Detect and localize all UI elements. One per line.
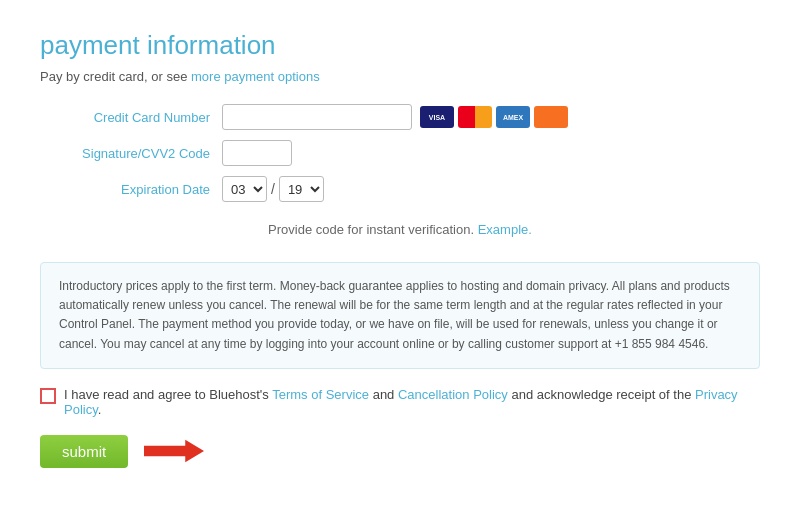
svg-marker-0 [144,440,204,463]
mastercard-icon [458,106,492,128]
credit-card-input[interactable] [222,104,412,130]
expiry-separator: / [271,181,275,197]
verification-text: Provide code for instant verification. [268,222,474,237]
tos-link[interactable]: Terms of Service [272,387,369,402]
agreement-period: . [98,402,102,417]
expiry-year-select[interactable]: 17 18 19 20 21 22 23 24 25 26 [279,176,324,202]
submit-area: submit [40,435,760,468]
visa-icon: VISA [420,106,454,128]
expiration-row: Expiration Date 01 02 03 04 05 06 07 08 … [40,176,760,202]
policy-box: Introductory prices apply to the first t… [40,262,760,369]
agree-checkbox[interactable] [40,388,56,404]
cvv-input[interactable] [222,140,292,166]
credit-card-row: Credit Card Number VISA AMEX [40,104,760,130]
amex-icon: AMEX [496,106,530,128]
cancellation-link[interactable]: Cancellation Policy [398,387,508,402]
expiry-month-select[interactable]: 01 02 03 04 05 06 07 08 09 10 11 12 [222,176,267,202]
submit-button[interactable]: submit [40,435,128,468]
card-icons: VISA AMEX [420,106,568,128]
agreement-suffix: and acknowledge receipt of the [508,387,695,402]
discover-icon [534,106,568,128]
agreement-and: and [369,387,398,402]
expiration-selects: 01 02 03 04 05 06 07 08 09 10 11 12 / 17… [222,176,324,202]
submit-arrow-icon [144,439,204,463]
subtitle: Pay by credit card, or see more payment … [40,69,760,84]
page-title: payment information [40,30,760,61]
cvv-label: Signature/CVV2 Code [40,146,210,161]
more-payment-options-link[interactable]: more payment options [191,69,320,84]
credit-card-label: Credit Card Number [40,110,210,125]
agreement-row: I have read and agree to Bluehost's Term… [40,387,760,417]
verification-example-link[interactable]: Example. [478,222,532,237]
agreement-text: I have read and agree to Bluehost's Term… [64,387,760,417]
verification-note: Provide code for instant verification. E… [40,222,760,237]
policy-text: Introductory prices apply to the first t… [59,277,741,354]
cvv-row: Signature/CVV2 Code [40,140,760,166]
agreement-prefix: I have read and agree to Bluehost's [64,387,272,402]
subtitle-text: Pay by credit card, or see [40,69,191,84]
payment-form: Credit Card Number VISA AMEX Signature/C… [40,104,760,202]
expiration-label: Expiration Date [40,182,210,197]
